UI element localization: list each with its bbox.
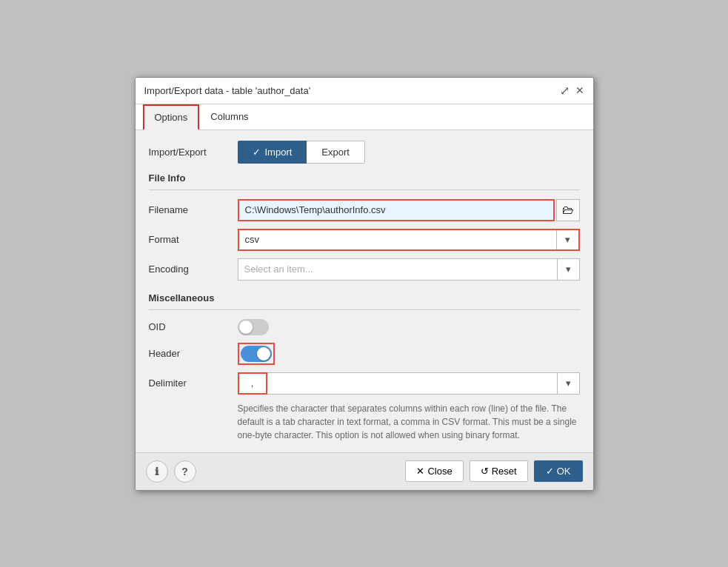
encoding-select[interactable]: Select an item... ▾ [238,258,580,281]
scroll-area: Import/Export ✓ Import Export File Info … [136,130,593,452]
expand-icon[interactable]: ⤢ [560,84,570,98]
dialog-footer: ℹ ? ✕ Close ↺ Reset ✓ OK [136,452,593,490]
close-button[interactable]: ✕ Close [405,460,463,482]
filename-row: Filename 🗁 [149,199,580,221]
format-value: csv [239,234,556,245]
format-label: Format [149,234,238,245]
import-export-row: Import/Export ✓ Import Export [149,141,580,164]
help-icon: ? [181,466,188,477]
encoding-row: Encoding Select an item... ▾ [149,258,580,281]
title-bar: Import/Export data - table 'author_data'… [136,78,593,104]
close-x-icon: ✕ [416,466,424,477]
delimiter-help-text: Specifies the character that separates c… [238,402,580,442]
file-info-divider [149,189,580,190]
import-export-group: ✓ Import Export [238,141,365,164]
tab-options[interactable]: Options [143,104,200,130]
ok-label: OK [557,466,571,477]
import-check-icon: ✓ [253,147,261,158]
folder-icon: 🗁 [562,204,574,217]
import-export-dialog: Import/Export data - table 'author_data'… [135,77,594,491]
info-button[interactable]: ℹ [146,460,168,483]
reset-button[interactable]: ↺ Reset [470,460,528,482]
info-icon: ℹ [155,466,158,477]
delimiter-label: Delimiter [149,378,238,389]
encoding-label: Encoding [149,264,238,275]
file-info-header: File Info [149,172,580,184]
delimiter-value: , [251,378,254,389]
header-toggle-knob [257,347,270,360]
encoding-placeholder: Select an item... [238,264,557,275]
oid-row: OID [149,319,580,335]
misc-divider [149,309,580,310]
browse-button[interactable]: 🗁 [556,199,580,221]
content-area: Import/Export ✓ Import Export File Info … [136,130,593,452]
encoding-dropdown-arrow[interactable]: ▾ [557,259,579,280]
tab-bar: Options Columns [136,104,593,130]
import-button[interactable]: ✓ Import [238,141,307,164]
help-button[interactable]: ? [174,460,196,483]
delimiter-row: Delimiter , ▾ [149,372,580,395]
close-label: Close [427,466,452,477]
delimiter-rest [267,372,558,395]
header-toggle[interactable] [241,346,272,362]
header-row: Header [149,343,580,365]
reset-label: Reset [492,466,517,477]
import-export-label: Import/Export [149,147,238,158]
oid-label: OID [149,321,238,332]
import-label: Import [265,147,293,158]
footer-left: ℹ ? [146,460,196,483]
close-icon[interactable]: ✕ [575,84,584,96]
reset-icon: ↺ [481,466,489,477]
title-bar-controls: ⤢ ✕ [560,84,584,98]
dialog-title: Import/Export data - table 'author_data' [144,85,311,96]
export-button[interactable]: Export [307,141,365,164]
format-row: Format csv ▾ [149,229,580,251]
header-label: Header [149,348,238,359]
ok-check-icon: ✓ [546,466,554,477]
format-dropdown-arrow[interactable]: ▾ [556,230,578,249]
footer-right: ✕ Close ↺ Reset ✓ OK [405,460,582,482]
delimiter-box[interactable]: , [238,372,267,395]
delimiter-input-group: , ▾ [238,372,580,395]
misc-header: Miscellaneous [149,292,580,303]
filename-label: Filename [149,204,238,215]
header-toggle-wrapper [238,343,275,365]
format-select[interactable]: csv ▾ [238,229,580,251]
oid-toggle-knob [239,321,253,334]
oid-toggle[interactable] [238,319,269,335]
delimiter-dropdown-arrow[interactable]: ▾ [558,372,580,395]
filename-input-group: 🗁 [238,199,580,221]
filename-input[interactable] [238,199,555,221]
tab-columns[interactable]: Columns [199,104,259,130]
ok-button[interactable]: ✓ OK [534,460,583,482]
